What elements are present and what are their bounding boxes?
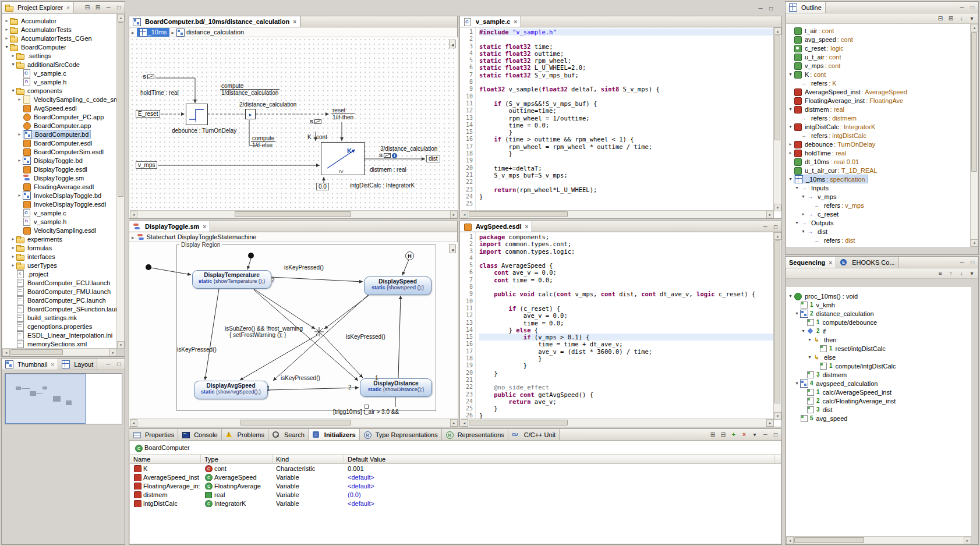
tree-item[interactable]: ▸holdTime : real (786, 148, 971, 157)
maximize-icon[interactable] (968, 258, 977, 267)
tree-item[interactable]: BoardComputer_ECU.launch (2, 278, 117, 287)
table-row[interactable]: intgDistCalcIntegratorKVariable<default> (130, 499, 781, 508)
scrollbar-thumb[interactable] (118, 22, 123, 197)
link-with-editor-icon[interactable] (93, 3, 102, 12)
diagram-hscrollbar[interactable] (130, 210, 458, 218)
scroll-left-icon[interactable] (130, 211, 137, 218)
collapsed-arrow-icon[interactable]: ▸ (800, 211, 806, 217)
tree-item[interactable]: FloatingAverage.esdl (2, 182, 117, 191)
sort-icon[interactable] (957, 14, 966, 23)
tree-item[interactable]: t_air : cont (786, 26, 971, 35)
sequence-call-block[interactable]: ▸ (245, 109, 256, 119)
close-icon[interactable] (525, 223, 528, 230)
collapsed-arrow-icon[interactable]: ▸ (787, 150, 794, 155)
breadcrumb-toggle-icon[interactable] (132, 29, 135, 36)
collapsed-arrow-icon[interactable]: ▸ (10, 254, 16, 259)
scroll-left-icon[interactable] (130, 419, 137, 427)
scroll-right-icon[interactable] (766, 419, 774, 427)
tree-item[interactable]: build_settings.mk (2, 313, 117, 322)
history-state[interactable]: H (405, 251, 414, 260)
tree-item[interactable]: u_t_air : cont (786, 52, 971, 61)
tree-item[interactable]: ▾proc_10ms() : void (786, 292, 971, 300)
state-display-speed[interactable]: DisplaySpeed static {showSpeed ();} (364, 276, 431, 295)
tab-boardcomputer-bd[interactable]: BoardComputer.bd/_10ms/distance_calculat… (129, 16, 300, 27)
outline-tree[interactable]: t_air : contavg_speed : contc_reset : lo… (786, 24, 971, 247)
tree-item[interactable]: ▾distmem : real (786, 105, 971, 114)
tree-item[interactable]: ▸AccumulatorTests_CGen (2, 34, 117, 42)
close-icon[interactable] (829, 259, 832, 266)
maximize-icon[interactable] (968, 3, 977, 12)
tree-item[interactable]: 2calc/FloatingAverage_inst (786, 396, 971, 405)
dist-port[interactable]: dist (426, 155, 440, 162)
collapsed-arrow-icon[interactable]: ▸ (10, 53, 16, 58)
table-row[interactable]: distmemrealVariable(0.0) (130, 490, 781, 499)
scroll-right-icon[interactable] (964, 537, 971, 544)
column-header-name[interactable]: Name (130, 454, 201, 464)
sequence-3-label[interactable]: 3/distance_calculation (380, 146, 437, 152)
thumbnail-preview[interactable] (5, 373, 122, 424)
initial-state-dot[interactable] (146, 264, 151, 270)
transition-guard-label[interactable]: isSubZero() && !frost_warning (225, 325, 303, 332)
tab-representations[interactable]: Representations (442, 429, 508, 440)
scroll-right-icon[interactable] (450, 419, 458, 427)
tree-item[interactable]: u_t_air_cur : T_1D_REAL (786, 166, 971, 175)
tree-item[interactable]: VelocitySampling.esdl (2, 226, 117, 235)
hold-time-label[interactable]: holdTime : real (140, 90, 179, 96)
collapse-all-icon[interactable] (936, 14, 945, 23)
breadcrumb-segment-10ms[interactable]: _10ms (137, 28, 169, 37)
tree-item[interactable]: AverageSpeed_inst : AverageSpeed (786, 87, 971, 96)
hold-time-switch[interactable]: S (143, 73, 154, 80)
expanded-arrow-icon[interactable]: ▾ (794, 220, 800, 225)
tree-item[interactable]: AvgSpeed.esdl (2, 104, 117, 112)
collapsed-arrow-icon[interactable]: ▸ (10, 263, 16, 268)
sequence-2-label[interactable]: 2/distance_calculation (239, 101, 296, 108)
expanded-arrow-icon[interactable]: ▾ (794, 311, 800, 316)
tree-item[interactable]: ▸c_reset (786, 210, 971, 218)
tab-problems[interactable]: Problems (222, 429, 268, 440)
move-up-icon[interactable] (946, 269, 956, 278)
initial-state-dot[interactable] (248, 253, 254, 258)
close-icon[interactable] (293, 18, 296, 25)
scroll-left-icon[interactable] (461, 419, 468, 427)
tree-item[interactable]: ▸interfaces (2, 252, 117, 261)
maximize-icon[interactable] (114, 360, 123, 368)
maximize-icon[interactable] (114, 3, 123, 12)
collapsed-arrow-icon[interactable]: ▸ (787, 141, 794, 147)
tree-item[interactable]: 1v_kmh (786, 300, 971, 309)
collapsed-arrow-icon[interactable]: ▸ (10, 245, 16, 250)
tree-item[interactable]: 1compute/debounce (786, 318, 971, 327)
tree-item[interactable]: refers : intgDistCalc (786, 131, 971, 140)
v-mps-port[interactable]: v_mps (136, 161, 157, 169)
maximize-icon[interactable] (766, 4, 776, 13)
minimize-icon[interactable] (104, 3, 113, 12)
tree-item[interactable]: avg_speed : cont (786, 35, 971, 44)
tree-item[interactable]: ▸debounce : TurnOnDelay (786, 140, 971, 148)
scrollbar-thumb[interactable] (774, 36, 780, 140)
close-icon[interactable] (51, 361, 54, 368)
expanded-arrow-icon[interactable]: ▾ (800, 328, 806, 334)
e-reset-port[interactable]: E_reset (136, 110, 160, 118)
breadcrumb-segment-distance-calculation[interactable]: distance_calculation (186, 29, 244, 36)
scroll-up-icon[interactable] (774, 232, 781, 240)
state-display-temperature[interactable]: DisplayTemperature static {showTemperatu… (192, 270, 271, 289)
tab-properties[interactable]: Properties (129, 429, 178, 440)
tree-item[interactable]: cgenoptions.properties (2, 322, 117, 331)
tree-item[interactable]: c_reset : logic (786, 44, 971, 52)
remove-icon[interactable] (740, 430, 749, 439)
transition-trigger-label[interactable]: [trigg10ms] t_air > 3.0 && (333, 409, 399, 415)
tree-item[interactable]: refers : K (786, 79, 971, 87)
tab-sequencing[interactable]: Sequencing (786, 257, 836, 268)
add-icon[interactable] (729, 430, 738, 439)
transition-label[interactable]: isKeyPressed() (281, 375, 320, 381)
tree-item[interactable]: ▸InvokeDisplayToggle.bd (2, 191, 117, 200)
collapsed-arrow-icon[interactable]: ▸ (16, 158, 23, 163)
minimize-icon[interactable] (104, 360, 113, 368)
auto-sequence-icon[interactable] (936, 269, 945, 278)
c-hscrollbar[interactable] (461, 210, 774, 218)
scrollbar-thumb[interactable] (971, 32, 977, 172)
expanded-arrow-icon[interactable]: ▾ (787, 107, 794, 112)
scroll-up-icon[interactable] (971, 24, 978, 31)
thumbnail-viewport[interactable] (5, 374, 86, 424)
scroll-right-icon[interactable] (450, 211, 458, 218)
tree-item[interactable]: ▾dist (786, 227, 971, 236)
